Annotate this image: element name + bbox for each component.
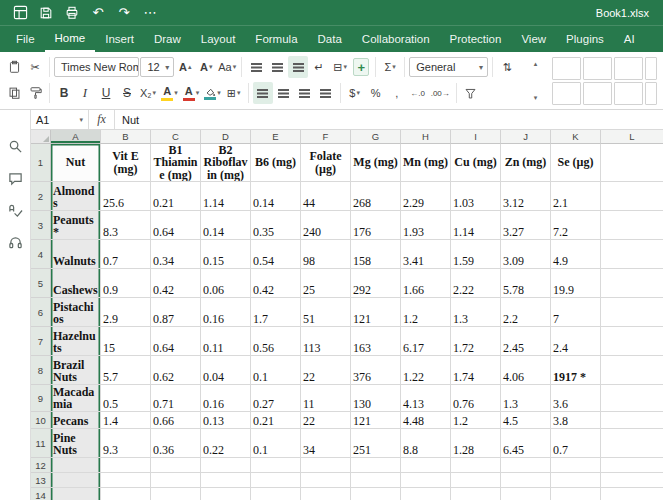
cell-J14[interactable] xyxy=(501,488,551,500)
cell-H3[interactable]: 1.93 xyxy=(401,211,451,240)
cell-I10[interactable]: 1.2 xyxy=(451,412,501,429)
cell-F4[interactable]: 98 xyxy=(301,240,351,269)
change-case-button[interactable]: Aa▾ xyxy=(217,56,237,78)
cell-D11[interactable]: 0.22 xyxy=(201,429,251,458)
cell-D6[interactable]: 0.16 xyxy=(201,298,251,327)
column-header-E[interactable]: E xyxy=(251,130,301,144)
cell-D9[interactable]: 0.16 xyxy=(201,385,251,412)
cell-C13[interactable] xyxy=(151,473,201,488)
paste-button[interactable] xyxy=(4,56,24,78)
cell-J9[interactable]: 1.3 xyxy=(501,385,551,412)
cell-C4[interactable]: 0.34 xyxy=(151,240,201,269)
cell-F7[interactable]: 113 xyxy=(301,327,351,356)
decrease-font-button[interactable]: A▾ xyxy=(196,56,216,78)
cell-F5[interactable]: 25 xyxy=(301,269,351,298)
cell-K10[interactable]: 3.8 xyxy=(551,412,601,429)
cell-I9[interactable]: 0.76 xyxy=(451,385,501,412)
cell-G7[interactable]: 163 xyxy=(351,327,401,356)
row-header-11[interactable]: 11 xyxy=(31,429,51,458)
cell-C6[interactable]: 0.87 xyxy=(151,298,201,327)
cell-K12[interactable] xyxy=(551,458,601,473)
cell-K1[interactable]: Se (µg) xyxy=(551,144,601,182)
gallery-down-icon[interactable]: ▾ xyxy=(534,94,538,102)
font-name-select[interactable]: Times New Rom▾ xyxy=(54,57,139,77)
subscript-button[interactable]: X₂▾ xyxy=(138,82,158,104)
cell-B14[interactable] xyxy=(101,488,151,500)
cell-H1[interactable]: Mn (mg) xyxy=(401,144,451,182)
cell-B9[interactable]: 0.5 xyxy=(101,385,151,412)
cell-G5[interactable]: 292 xyxy=(351,269,401,298)
cell-J1[interactable]: Zn (mg) xyxy=(501,144,551,182)
cell-A6[interactable]: Pistachios xyxy=(51,298,101,327)
cell-D2[interactable]: 1.14 xyxy=(201,182,251,211)
row-header-14[interactable]: 14 xyxy=(31,488,51,500)
menu-view[interactable]: View xyxy=(511,26,556,52)
cell-A2[interactable]: Almonds xyxy=(51,182,101,211)
cell-C11[interactable]: 0.36 xyxy=(151,429,201,458)
borders-button[interactable]: ⊞▾ xyxy=(224,82,244,104)
font-color-button[interactable]: A▾ xyxy=(181,82,202,104)
cell-A7[interactable]: Hazelnuts xyxy=(51,327,101,356)
cell-style-option[interactable] xyxy=(614,57,643,80)
cell-B6[interactable]: 2.9 xyxy=(101,298,151,327)
cell-L2[interactable] xyxy=(601,182,663,211)
cell-style-option[interactable] xyxy=(583,82,612,105)
column-header-D[interactable]: D xyxy=(201,130,251,144)
row-header-7[interactable]: 7 xyxy=(31,327,51,356)
cell-C5[interactable]: 0.42 xyxy=(151,269,201,298)
cell-H5[interactable]: 1.66 xyxy=(401,269,451,298)
column-header-L[interactable]: L xyxy=(601,130,663,144)
cell-J11[interactable]: 6.45 xyxy=(501,429,551,458)
cell-D14[interactable] xyxy=(201,488,251,500)
customize-quick-access-icon[interactable]: ⋯ xyxy=(138,3,162,23)
underline-button[interactable]: U xyxy=(96,82,116,104)
cell-I1[interactable]: Cu (mg) xyxy=(451,144,501,182)
cell-H8[interactable]: 1.22 xyxy=(401,356,451,385)
row-header-13[interactable]: 13 xyxy=(31,473,51,488)
row-header-9[interactable]: 9 xyxy=(31,385,51,412)
cell-B11[interactable]: 9.3 xyxy=(101,429,151,458)
cell-style-option[interactable] xyxy=(614,82,643,105)
insert-cells-button[interactable]: + xyxy=(351,56,371,78)
menu-ai[interactable]: AI xyxy=(614,26,645,52)
cell-I7[interactable]: 1.72 xyxy=(451,327,501,356)
cell-E6[interactable]: 1.7 xyxy=(251,298,301,327)
cell-style-option[interactable] xyxy=(552,82,581,105)
menu-protection[interactable]: Protection xyxy=(440,26,512,52)
cell-L6[interactable] xyxy=(601,298,663,327)
column-header-K[interactable]: K xyxy=(551,130,601,144)
cell-K11[interactable]: 0.7 xyxy=(551,429,601,458)
row-header-5[interactable]: 5 xyxy=(31,269,51,298)
cell-B7[interactable]: 15 xyxy=(101,327,151,356)
cell-I4[interactable]: 1.59 xyxy=(451,240,501,269)
column-header-B[interactable]: B xyxy=(101,130,151,144)
menu-collaboration[interactable]: Collaboration xyxy=(352,26,440,52)
menu-layout[interactable]: Layout xyxy=(191,26,246,52)
row-header-2[interactable]: 2 xyxy=(31,182,51,211)
cell-A11[interactable]: Pine Nuts xyxy=(51,429,101,458)
cell-L8[interactable] xyxy=(601,356,663,385)
cell-G4[interactable]: 158 xyxy=(351,240,401,269)
menu-home[interactable]: Home xyxy=(45,26,96,52)
cell-C2[interactable]: 0.21 xyxy=(151,182,201,211)
cell-G6[interactable]: 121 xyxy=(351,298,401,327)
number-format-select[interactable]: General▾ xyxy=(409,57,488,77)
percent-style-button[interactable]: % xyxy=(366,82,386,104)
cell-C1[interactable]: B1 Thiamine (mg) xyxy=(151,144,201,182)
select-all-corner[interactable] xyxy=(31,130,51,144)
cell-C9[interactable]: 0.71 xyxy=(151,385,201,412)
cell-I2[interactable]: 1.03 xyxy=(451,182,501,211)
row-header-4[interactable]: 4 xyxy=(31,240,51,269)
cell-E8[interactable]: 0.1 xyxy=(251,356,301,385)
cell-L11[interactable] xyxy=(601,429,663,458)
column-header-A[interactable]: A xyxy=(51,130,101,144)
cell-F10[interactable]: 22 xyxy=(301,412,351,429)
cell-E14[interactable] xyxy=(251,488,301,500)
decrease-decimal-button[interactable]: ←.0 xyxy=(408,82,428,104)
strikethrough-button[interactable]: S xyxy=(117,82,137,104)
cell-I6[interactable]: 1.3 xyxy=(451,298,501,327)
cell-J3[interactable]: 3.27 xyxy=(501,211,551,240)
cell-I3[interactable]: 1.14 xyxy=(451,211,501,240)
cell-K9[interactable]: 3.6 xyxy=(551,385,601,412)
cell-E2[interactable]: 0.14 xyxy=(251,182,301,211)
